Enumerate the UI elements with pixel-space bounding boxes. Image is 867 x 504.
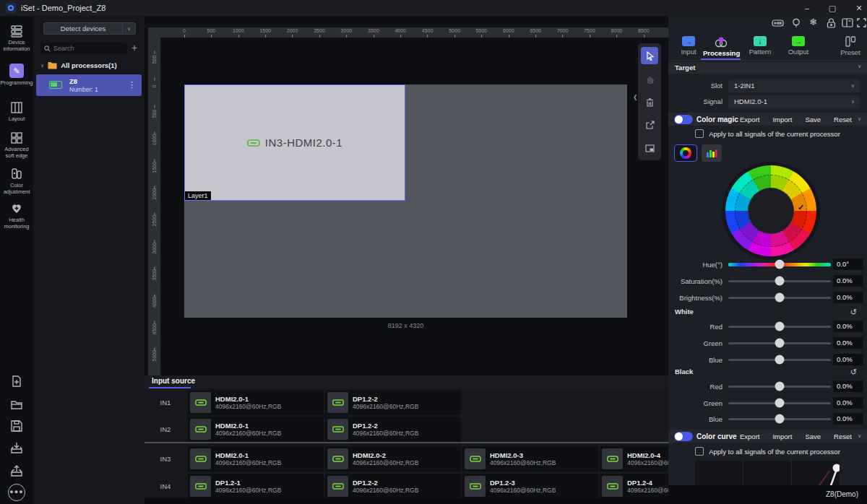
layout-canvas[interactable]: 0500100015002000250030003500400045005000… <box>144 16 668 375</box>
search-input[interactable] <box>53 45 118 52</box>
lock-icon[interactable] <box>827 18 836 28</box>
fullscreen-icon[interactable] <box>857 18 866 27</box>
signal-select[interactable]: HDMI2.0-1 ∨ <box>728 95 860 108</box>
sidebar-item-device-information[interactable]: Device information <box>0 25 33 52</box>
table-scrollbar[interactable] <box>144 442 668 443</box>
slider-thumb[interactable] <box>775 277 785 286</box>
chevron-down-icon[interactable]: ∨ <box>858 64 861 69</box>
white-blue-slider[interactable] <box>728 359 831 361</box>
chevron-down-icon[interactable]: ∨ <box>122 23 135 34</box>
slider-thumb[interactable] <box>775 260 785 269</box>
screen-area[interactable]: IN3-HDMI2.0-1 Layer1 <box>184 84 627 318</box>
save-icon[interactable] <box>9 419 24 433</box>
source-cell[interactable]: HDMI2.0-34096x2160@60Hz,RGB <box>462 446 598 472</box>
slider-thumb[interactable] <box>775 293 785 303</box>
color-magic-toggle[interactable] <box>674 115 693 124</box>
color-wheel[interactable]: ✓ <box>722 162 820 260</box>
source-cell[interactable]: HDMI2.0-14096x2160@60Hz,RGB <box>188 390 324 415</box>
import-button[interactable]: Import <box>772 116 792 123</box>
import-button[interactable]: Import <box>772 433 792 440</box>
import-file-icon[interactable] <box>9 440 24 455</box>
maximize-button[interactable]: ▢ <box>820 0 845 16</box>
black-red-slider[interactable] <box>728 386 831 388</box>
select-tool-button[interactable] <box>641 47 658 64</box>
black-green-slider[interactable] <box>728 402 831 404</box>
slider-thumb[interactable] <box>775 339 785 348</box>
add-device-button[interactable]: + <box>131 42 137 53</box>
apply-all-checkbox[interactable] <box>695 129 704 138</box>
source-cell[interactable]: HDMI2.0-14096x2160@60Hz,RGB <box>188 417 324 442</box>
export-button[interactable]: Export <box>740 116 759 123</box>
source-cell[interactable]: DP1.2-24096x2160@60Hz,RGB <box>325 390 461 415</box>
target-section-header[interactable]: Target ∨ <box>668 62 867 74</box>
tab-input[interactable]: → Input <box>674 36 703 56</box>
device-item-z8[interactable]: Z8 Number: 1 ⋮ <box>36 74 142 96</box>
color-curve-toggle[interactable] <box>674 432 693 441</box>
close-button[interactable]: ✕ <box>847 0 867 16</box>
panel-layout-icon[interactable] <box>842 18 853 27</box>
saturation-slider[interactable] <box>728 280 831 282</box>
brightness-value[interactable]: 0.0% <box>833 292 863 303</box>
export-button[interactable]: Export <box>740 433 759 440</box>
sidebar-item-layout[interactable]: Layout <box>0 101 33 123</box>
hue-slider[interactable] <box>728 263 831 266</box>
slider-thumb[interactable] <box>775 355 785 365</box>
hue-value[interactable]: 0.0° <box>833 258 863 270</box>
sidebar-item-color-adjustment[interactable]: Color adjustment <box>0 168 33 195</box>
tab-processing[interactable]: Processing <box>703 36 739 57</box>
chevron-down-icon[interactable]: ∨ <box>858 433 861 439</box>
lightbulb-icon[interactable] <box>792 18 801 29</box>
histogram-mode-button[interactable] <box>702 144 722 162</box>
black-blue-slider[interactable] <box>728 418 831 420</box>
tree-expander-icon[interactable]: ∨ <box>40 63 44 69</box>
tab-pattern[interactable]: ↓ Pattern <box>744 36 776 56</box>
slider-thumb[interactable] <box>775 414 785 424</box>
brightness-slider[interactable] <box>728 297 831 299</box>
pip-view-button[interactable] <box>641 139 658 157</box>
chevron-down-icon[interactable]: ∨ <box>858 116 861 122</box>
sidebar-item-advanced-soft-edge[interactable]: Advanced soft edge <box>0 131 33 159</box>
slider-thumb[interactable] <box>775 399 785 408</box>
new-project-icon[interactable] <box>9 374 24 388</box>
source-cell[interactable]: HDMI2.0-44096x2160@60Hz,RGB <box>600 446 668 472</box>
tab-preset[interactable]: Preset <box>836 36 865 56</box>
layer[interactable]: IN3-HDMI2.0-1 Layer1 <box>184 84 405 201</box>
tree-node-all-processors[interactable]: ∨ All processors(1) <box>40 61 117 69</box>
tab-output[interactable]: → Output <box>782 36 814 56</box>
device-menu-icon[interactable]: ⋮ <box>128 80 136 90</box>
snowflake-icon[interactable]: ❄ <box>809 17 817 27</box>
apply-all-checkbox[interactable] <box>695 447 704 456</box>
device-case-icon[interactable] <box>772 18 784 28</box>
export-view-button[interactable] <box>641 116 658 134</box>
reset-button[interactable]: Reset <box>834 433 852 440</box>
white-green-slider[interactable] <box>728 342 831 344</box>
saturation-value[interactable]: 0.0% <box>833 275 863 287</box>
source-cell[interactable]: DP1.2-24096x2160@60Hz,RGB <box>325 417 461 442</box>
source-cell[interactable]: DP1.2-44096x2160@60Hz,RGB <box>600 474 668 499</box>
slider-thumb[interactable] <box>775 322 785 331</box>
color-curve-editor[interactable] <box>695 461 840 486</box>
reset-icon[interactable]: ↺ <box>850 308 857 317</box>
sidebar-item-programming[interactable]: ✎ Programming <box>0 64 33 87</box>
export-file-icon[interactable] <box>9 464 24 478</box>
minimize-button[interactable]: – <box>795 0 819 16</box>
white-red-slider[interactable] <box>728 326 831 328</box>
slot-select[interactable]: 1-2IN1 ∨ <box>728 79 860 92</box>
sidebar-item-health-monitoring[interactable]: Health monitoring <box>0 202 33 230</box>
save-button[interactable]: Save <box>805 433 821 440</box>
source-cell[interactable]: HDMI2.0-14096x2160@60Hz,RGB <box>188 446 324 472</box>
slider-thumb[interactable] <box>775 382 785 391</box>
reset-button[interactable]: Reset <box>834 116 852 123</box>
source-cell[interactable]: DP1.2-34096x2160@60Hz,RGB <box>462 474 598 499</box>
open-project-icon[interactable] <box>9 397 24 412</box>
source-cell[interactable]: HDMI2.0-24096x2160@60Hz,RGB <box>325 446 461 472</box>
tab-input-source[interactable]: Input source <box>152 377 195 385</box>
save-button[interactable]: Save <box>805 116 821 123</box>
reset-icon[interactable]: ↺ <box>850 368 857 377</box>
menu-button[interactable]: ●●● <box>8 484 25 501</box>
delete-tool-button[interactable] <box>641 93 658 110</box>
pan-tool-button[interactable] <box>641 70 658 87</box>
source-cell[interactable]: DP1.2-14096x2160@60Hz,RGB <box>188 474 324 499</box>
detect-devices-button[interactable]: Detect devices ∨ <box>43 22 136 35</box>
curve-handle[interactable] <box>833 464 840 472</box>
